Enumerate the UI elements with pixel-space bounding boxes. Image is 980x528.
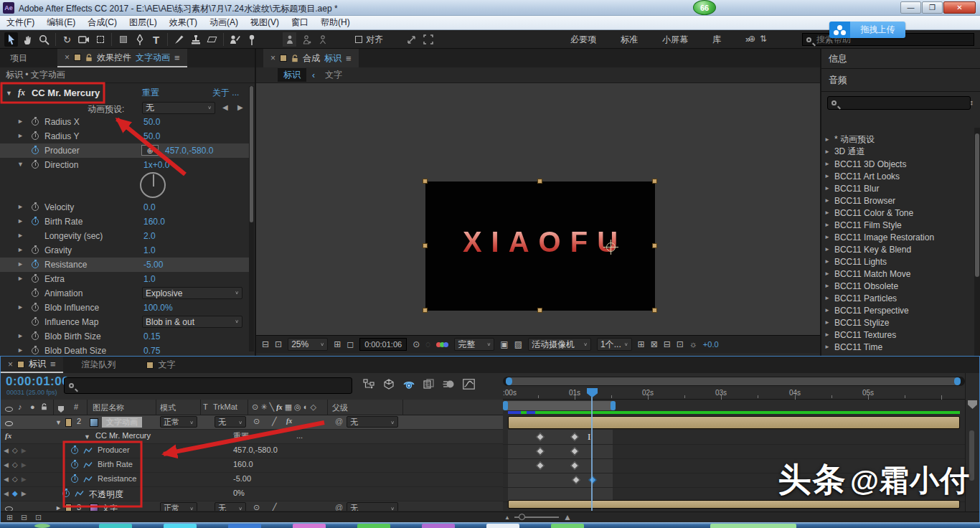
property-value[interactable]: 457.0,-580.0	[233, 446, 278, 454]
clone-stamp-tool-icon[interactable]	[189, 32, 202, 47]
expand-render-controls-icon[interactable]: ⊡	[35, 513, 42, 522]
layer-name-column-header[interactable]: 图层名称	[93, 402, 124, 413]
trkmat-column-header[interactable]: TrkMat	[213, 402, 237, 411]
exposure-value[interactable]: +0.0	[703, 340, 719, 349]
view-layout-dropdown[interactable]: 1个...∨	[597, 338, 632, 351]
property-row-birth-rate[interactable]: ► Birth Rate 160.0	[0, 214, 250, 229]
add-keyframe-icon[interactable]: ◇	[12, 446, 18, 454]
workspace-libraries[interactable]: 库	[712, 34, 721, 46]
graph-icon[interactable]	[75, 490, 84, 498]
stopwatch-icon-active[interactable]	[71, 447, 78, 456]
mode-dropdown[interactable]: 正常∨	[160, 416, 197, 428]
expander-open-icon[interactable]: ▼	[17, 161, 24, 168]
antialias-switch-icon[interactable]: ╱	[272, 503, 277, 512]
parent-dropdown[interactable]: 无∨	[347, 502, 398, 512]
next-preset-icon[interactable]: ▶	[237, 103, 243, 111]
stopwatch-icon[interactable]	[32, 118, 39, 126]
expander-icon[interactable]: ►	[17, 275, 24, 282]
close-button[interactable]: ✕	[943, 1, 976, 14]
expander-icon[interactable]: ►	[17, 132, 24, 139]
property-row-velocity[interactable]: ► Velocity 0.0	[0, 200, 250, 214]
expander-icon[interactable]: ►	[17, 203, 24, 210]
property-value[interactable]: 2.0	[143, 231, 156, 241]
effects-category[interactable]: ►BCC11 Particles	[824, 292, 971, 304]
trkmat-dropdown[interactable]: 无∨	[215, 502, 246, 512]
horizontal-scrollbar[interactable]	[503, 377, 965, 386]
layer-expander-open-icon[interactable]: ▼	[55, 419, 62, 426]
property-value[interactable]: -5.00	[143, 260, 163, 270]
composition-mini-flowchart-icon[interactable]	[363, 379, 375, 390]
resolution-dropdown[interactable]: 完整∨	[454, 338, 494, 351]
expander-icon[interactable]: ►	[17, 303, 24, 311]
property-value[interactable]: 1.0	[143, 245, 156, 255]
layer-name[interactable]: 文字动画	[102, 417, 142, 428]
effect-header-row[interactable]: ▼ fx CC Mr. Mercury 重置 关于 ...	[0, 85, 255, 101]
pickwhip-icon[interactable]: @	[335, 503, 343, 512]
label-color-swatch[interactable]	[65, 418, 72, 428]
property-row-radius-x[interactable]: ► Radius X 50.0	[0, 115, 250, 129]
roto-brush-tool-icon[interactable]	[228, 32, 242, 47]
property-value[interactable]: -5.00	[233, 474, 251, 483]
crosshair-picker-icon[interactable]: ⊕	[141, 145, 159, 156]
taskbar-app-icon[interactable]	[99, 524, 132, 528]
zoom-slider-track[interactable]	[514, 517, 559, 518]
panel-menu-icon[interactable]: ≡	[50, 359, 56, 369]
stopwatch-icon[interactable]	[32, 247, 39, 254]
character-tool-icon-1[interactable]	[283, 32, 296, 47]
taskbar-app-icon[interactable]	[357, 524, 390, 528]
viewer-canvas[interactable]: XIAOFU	[256, 83, 820, 335]
next-keyframe-icon[interactable]: ▶	[22, 447, 27, 454]
stopwatch-icon[interactable]	[32, 304, 39, 311]
timeline-property-resistance[interactable]: ◀◇▶ Resistance -5.00	[1, 473, 503, 487]
antialias-switch-icon[interactable]: ╱	[272, 417, 277, 426]
effect-reset-link[interactable]: 重置	[233, 431, 249, 442]
timeline-property-producer[interactable]: ◀◇▶ Producer 457.0,-580.0	[1, 444, 503, 458]
keyframe-active-icon[interactable]: ◆	[12, 489, 18, 497]
timeline-search-input[interactable]	[77, 381, 347, 391]
breadcrumb-back-icon[interactable]: ‹	[312, 70, 315, 80]
timeline-zoom-control[interactable]: ▲ ▲	[504, 512, 572, 522]
eye-icon[interactable]	[5, 504, 13, 512]
breadcrumb-parent[interactable]: 文字	[325, 69, 342, 81]
effects-category[interactable]: ►BCC11 Color & Tone	[824, 207, 971, 219]
camera-dropdown[interactable]: 活动摄像机∨	[528, 338, 591, 351]
next-keyframe-icon[interactable]: ▶	[22, 476, 27, 483]
selection-handle[interactable]	[537, 308, 542, 313]
current-timecode[interactable]: 0:00:01:06	[6, 374, 69, 389]
expander-icon[interactable]: ►	[17, 217, 24, 225]
stopwatch-icon[interactable]	[32, 275, 39, 283]
show-snapshot-icon[interactable]: ◌	[425, 339, 430, 349]
pickwhip-icon[interactable]: @	[335, 417, 343, 425]
expander-icon[interactable]: ►	[17, 332, 24, 339]
stopwatch-icon[interactable]	[32, 333, 39, 340]
property-row-gravity[interactable]: ► Gravity 1.0	[0, 243, 250, 258]
selection-handle[interactable]	[652, 243, 657, 248]
property-value[interactable]: 160.0	[143, 217, 165, 227]
prev-keyframe-icon[interactable]: ◀	[4, 461, 9, 468]
channel-icon[interactable]	[436, 342, 448, 347]
time-ruler[interactable]: :00s 01s 02s 03s 04s 05s	[503, 388, 965, 400]
taskbar-app-icon[interactable]	[228, 524, 261, 528]
snapshot-icon[interactable]: ⊙	[413, 339, 420, 349]
zoom-in-icon[interactable]: ▲	[563, 512, 572, 522]
tab-composition[interactable]: × 合成 标识 ≡	[263, 49, 359, 67]
motion-blur-icon[interactable]	[443, 379, 455, 390]
property-value[interactable]: 1x+0.0°	[143, 160, 173, 170]
workspace-standard[interactable]: 标准	[621, 34, 638, 46]
scrollbar-right-cap[interactable]	[954, 377, 961, 385]
zoom-slider-knob[interactable]	[519, 514, 525, 520]
windows-taskbar[interactable]	[0, 522, 980, 528]
prev-keyframe-icon[interactable]: ◀	[4, 490, 9, 497]
effects-category[interactable]: ►BCC11 Film Style	[824, 219, 971, 231]
main-viewer-icon[interactable]: ⊡	[275, 339, 282, 349]
comp-marker-bin-icon[interactable]	[968, 400, 977, 409]
pixel-aspect-icon[interactable]: ⊞	[638, 339, 645, 349]
menu-view[interactable]: 视图(V)	[250, 16, 279, 29]
scrollbar-left-cap[interactable]	[506, 377, 512, 385]
align-checkbox[interactable]	[355, 36, 362, 43]
selection-handle[interactable]	[423, 179, 428, 184]
property-row-producer[interactable]: Producer ⊕ 457.0,-580.0	[0, 143, 250, 158]
stopwatch-icon-active[interactable]	[32, 261, 39, 268]
graph-icon[interactable]	[83, 447, 93, 455]
snapping-control[interactable]: 对齐	[355, 34, 383, 46]
